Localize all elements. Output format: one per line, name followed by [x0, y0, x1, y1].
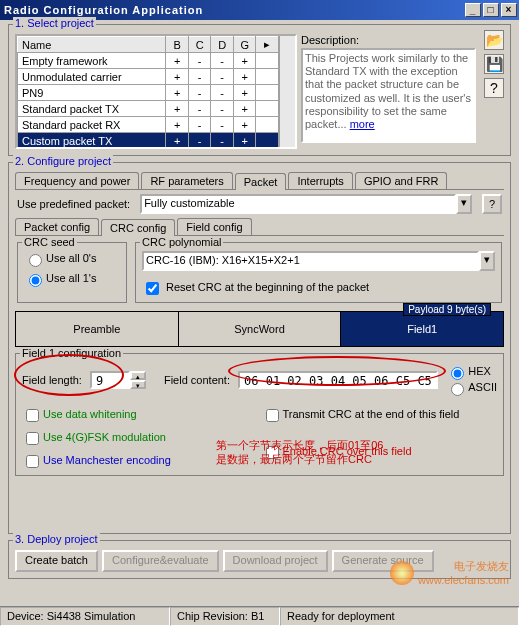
- hex-label: HEX: [468, 365, 491, 377]
- segment-preamble[interactable]: Preamble: [16, 312, 179, 346]
- subtab-field-config[interactable]: Field config: [177, 218, 251, 235]
- cell-c[interactable]: -: [188, 117, 211, 133]
- cell-c[interactable]: -: [188, 101, 211, 117]
- field-length-up[interactable]: ▴: [130, 371, 146, 380]
- cell-b[interactable]: +: [166, 53, 189, 69]
- cell-g[interactable]: +: [233, 69, 256, 85]
- cell-b[interactable]: +: [166, 101, 189, 117]
- manchester-checkbox[interactable]: [26, 455, 39, 468]
- field1-config-group: Field 1 configuration Field length: 9 ▴ …: [15, 353, 504, 476]
- watermark-logo-icon: [390, 561, 414, 585]
- predefined-packet-select[interactable]: Fully customizable: [140, 194, 456, 214]
- cell-d[interactable]: -: [211, 53, 234, 69]
- open-folder-icon[interactable]: 📂: [484, 30, 504, 50]
- crc-seed-all-ones-radio[interactable]: [29, 274, 42, 287]
- cell-c[interactable]: -: [188, 133, 211, 149]
- col-c[interactable]: C: [188, 37, 211, 53]
- create-batch-button[interactable]: Create batch: [15, 550, 98, 572]
- cell-b[interactable]: +: [166, 133, 189, 149]
- table-row[interactable]: Custom packet RX+--+: [18, 149, 279, 150]
- cell-name[interactable]: PN9: [18, 85, 166, 101]
- table-row[interactable]: Custom packet TX+--+: [18, 133, 279, 149]
- segment-syncword[interactable]: SyncWord: [179, 312, 342, 346]
- cell-g[interactable]: +: [233, 117, 256, 133]
- ascii-label: ASCII: [468, 381, 497, 393]
- table-row[interactable]: Standard packet RX+--+: [18, 117, 279, 133]
- status-device: Device: Si4438 Simulation: [0, 607, 170, 626]
- cell-c[interactable]: -: [188, 69, 211, 85]
- crc-reset-checkbox[interactable]: [146, 282, 159, 295]
- cell-name[interactable]: Custom packet TX: [18, 133, 166, 149]
- subtab-packet-config[interactable]: Packet config: [15, 218, 99, 235]
- cell-g[interactable]: +: [233, 85, 256, 101]
- table-row[interactable]: Standard packet TX+--+: [18, 101, 279, 117]
- transmit-crc-checkbox[interactable]: [266, 409, 279, 422]
- save-icon[interactable]: 💾: [484, 54, 504, 74]
- cell-name[interactable]: Empty framework: [18, 53, 166, 69]
- predefined-help-button[interactable]: ?: [482, 194, 502, 214]
- field-length-down[interactable]: ▾: [130, 380, 146, 389]
- field-content-label: Field content:: [164, 374, 230, 386]
- cell-b[interactable]: +: [166, 85, 189, 101]
- tab-frequency-and-power[interactable]: Frequency and power: [15, 172, 139, 189]
- col-g[interactable]: G: [233, 37, 256, 53]
- select-project-title: 1. Select project: [13, 17, 96, 29]
- cell-name[interactable]: Standard packet RX: [18, 117, 166, 133]
- tab-packet[interactable]: Packet: [235, 173, 287, 190]
- description-more-link[interactable]: more: [350, 118, 375, 130]
- crc-reset-label: Reset CRC at the beginning of the packet: [166, 281, 369, 293]
- tab-rf-parameters[interactable]: RF parameters: [141, 172, 232, 189]
- data-whitening-checkbox[interactable]: [26, 409, 39, 422]
- project-table[interactable]: Name B C D G ▸ Empty framework+--+Unmodu…: [17, 36, 279, 149]
- hex-radio[interactable]: [451, 367, 464, 380]
- cell-name[interactable]: Standard packet TX: [18, 101, 166, 117]
- help-icon[interactable]: ?: [484, 78, 504, 98]
- cell-c[interactable]: -: [188, 53, 211, 69]
- close-button[interactable]: ×: [501, 3, 517, 17]
- watermark-site: 电子发烧友: [454, 560, 509, 572]
- ascii-radio[interactable]: [451, 383, 464, 396]
- cell-b[interactable]: +: [166, 69, 189, 85]
- payload-badge: Payload 9 byte(s): [403, 303, 491, 316]
- crc-seed-all-zeros-label: Use all 0's: [46, 252, 96, 264]
- cell-d[interactable]: -: [211, 69, 234, 85]
- crc-polynomial-dropdown-icon[interactable]: ▾: [479, 251, 495, 271]
- col-name[interactable]: Name: [18, 37, 166, 53]
- cell-d[interactable]: -: [211, 101, 234, 117]
- main-tabbar: Frequency and powerRF parametersPacketIn…: [15, 172, 504, 190]
- cell-b[interactable]: +: [166, 117, 189, 133]
- col-d[interactable]: D: [211, 37, 234, 53]
- field-length-input[interactable]: 9: [90, 371, 130, 389]
- cell-g[interactable]: +: [233, 149, 256, 150]
- cell-g[interactable]: +: [233, 133, 256, 149]
- subtab-crc-config[interactable]: CRC config: [101, 219, 175, 236]
- segment-field1[interactable]: Payload 9 byte(s) Field1: [341, 312, 503, 346]
- crc-polynomial-title: CRC polynomial: [140, 236, 223, 248]
- cell-d[interactable]: -: [211, 85, 234, 101]
- configure-project-title: 2. Configure project: [13, 155, 113, 167]
- tab-interrupts[interactable]: Interrupts: [288, 172, 352, 189]
- table-row[interactable]: Empty framework+--+: [18, 53, 279, 69]
- cell-c[interactable]: -: [188, 85, 211, 101]
- project-scrollbar[interactable]: [279, 36, 295, 147]
- table-row[interactable]: Unmodulated carrier+--+: [18, 69, 279, 85]
- field-content-input[interactable]: 06 01 02 03 04 05 06 C5 C5: [238, 371, 438, 389]
- maximize-button[interactable]: □: [483, 3, 499, 17]
- cell-b[interactable]: +: [166, 149, 189, 150]
- cell-d[interactable]: -: [211, 149, 234, 150]
- cell-d[interactable]: -: [211, 117, 234, 133]
- col-b[interactable]: B: [166, 37, 189, 53]
- minimize-button[interactable]: _: [465, 3, 481, 17]
- cell-d[interactable]: -: [211, 133, 234, 149]
- cell-c[interactable]: -: [188, 149, 211, 150]
- cell-name[interactable]: Unmodulated carrier: [18, 69, 166, 85]
- crc-seed-all-zeros-radio[interactable]: [29, 254, 42, 267]
- crc-polynomial-select[interactable]: CRC-16 (IBM): X16+X15+X2+1: [142, 251, 479, 271]
- cell-g[interactable]: +: [233, 53, 256, 69]
- cell-name[interactable]: Custom packet RX: [18, 149, 166, 150]
- gfsk-checkbox[interactable]: [26, 432, 39, 445]
- table-row[interactable]: PN9+--+: [18, 85, 279, 101]
- predefined-packet-dropdown-icon[interactable]: ▾: [456, 194, 472, 214]
- tab-gpio-and-frr[interactable]: GPIO and FRR: [355, 172, 448, 189]
- cell-g[interactable]: +: [233, 101, 256, 117]
